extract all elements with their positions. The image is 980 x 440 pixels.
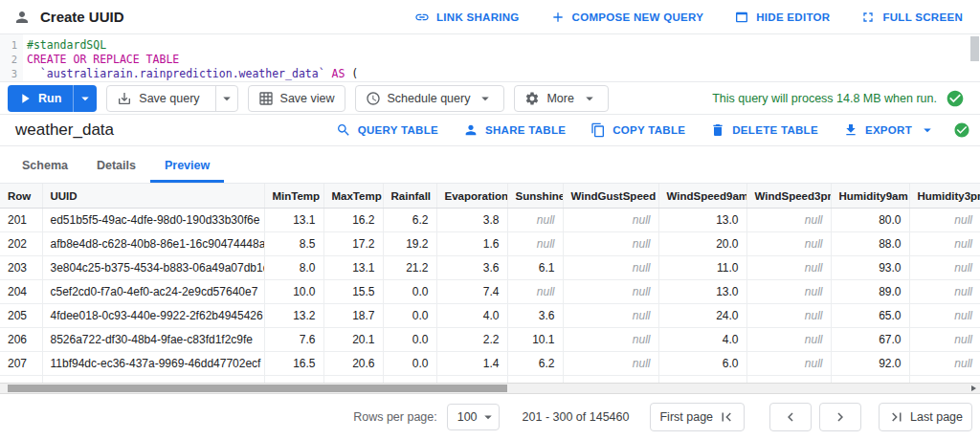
chevron-right-icon	[832, 408, 849, 426]
table-row: 204c5ef2cd0-f7a0-4ef0-ac24-2e9cd57640e71…	[0, 280, 980, 304]
cell: ed51b5f5-49ac-4dfe-98d0-190d33b30f6e	[42, 209, 264, 232]
horizontal-scrollbar[interactable]	[0, 383, 980, 394]
cell: null	[909, 209, 980, 232]
bigquery-app: Create UUID LINK SHARING COMPOSE NEW QUE…	[0, 0, 980, 440]
export-download-icon	[843, 122, 858, 138]
last-page-button[interactable]: Last page	[879, 403, 972, 431]
cell: 203	[0, 256, 42, 280]
cell: 92.0	[831, 352, 909, 376]
delete-table-label: DELETE TABLE	[732, 124, 818, 136]
scrollbar-thumb[interactable]	[8, 385, 507, 392]
save-query-button[interactable]: Save query	[106, 85, 237, 112]
chevron-down-icon	[477, 90, 494, 107]
first-page-button[interactable]: First page	[650, 403, 745, 431]
cell: null	[909, 376, 980, 384]
link-sharing-button[interactable]: LINK SHARING	[414, 10, 520, 25]
cell: null	[507, 209, 563, 232]
run-dropdown[interactable]	[73, 85, 97, 112]
code-line: 3 `australiarain.rainprediction.weather_…	[0, 67, 980, 81]
cell: 3e804c25-b375-4534-b883-06a49a07db1d	[42, 256, 264, 280]
run-button[interactable]: Run	[8, 85, 97, 112]
table-title-bar: weather_data QUERY TABLE SHARE TABLE COP…	[0, 115, 980, 146]
line-number: 2	[0, 53, 17, 67]
cell: null	[563, 280, 658, 304]
editor-scrollbar-thumb[interactable]	[970, 36, 979, 61]
scrollbar-right-arrow-icon[interactable]	[971, 385, 976, 391]
cell: null	[909, 304, 980, 328]
schedule-query-button[interactable]: Schedule query	[355, 85, 505, 112]
grid-body: 201ed51b5f5-49ac-4dfe-98d0-190d33b30f6e1…	[0, 209, 980, 384]
cell: 20.0	[658, 232, 746, 256]
save-query-dropdown[interactable]	[215, 86, 237, 111]
top-bar: Create UUID LINK SHARING COMPOSE NEW QUE…	[0, 0, 980, 34]
gear-icon	[524, 91, 540, 106]
check-circle-icon	[946, 89, 965, 108]
copy-icon	[590, 122, 606, 138]
code-line: 2CREATE OR REPLACE TABLE	[0, 53, 980, 67]
cell: 13.2	[264, 304, 323, 328]
chevron-down-icon	[218, 90, 235, 107]
line-number: 3	[0, 67, 17, 81]
next-page-button[interactable]	[819, 403, 861, 431]
hide-editor-button[interactable]: HIDE EDITOR	[734, 10, 830, 25]
cell: null	[746, 328, 831, 352]
previous-page-button[interactable]	[769, 403, 812, 431]
export-label: EXPORT	[865, 124, 912, 136]
cell: 3.6	[436, 256, 507, 280]
cell: null	[746, 376, 831, 384]
cell: 80.0	[831, 209, 909, 232]
column-header: WindGustSpeed	[563, 184, 658, 209]
cell: null	[563, 376, 658, 384]
cell: 0.0	[383, 280, 436, 304]
copy-table-button[interactable]: COPY TABLE	[590, 122, 685, 138]
rows-per-page-select[interactable]: 100	[447, 404, 500, 430]
column-header: WindSpeed3pm	[746, 184, 831, 209]
cell: 11.0	[658, 256, 746, 280]
cell: 65.0	[831, 304, 909, 328]
tab-details[interactable]: Details	[82, 149, 150, 183]
cell: null	[909, 280, 980, 304]
run-button-main[interactable]: Run	[8, 85, 73, 112]
cell: c5ef2cd0-f7a0-4ef0-ac24-2e9cd57640e7	[42, 280, 264, 304]
table-row: 2081ab4cda8-8581-4848-b54d-da1363ca33d38…	[0, 376, 980, 384]
last-page-label: Last page	[910, 410, 963, 424]
column-header: WindSpeed9am	[658, 184, 746, 209]
cell: 0.0	[383, 352, 436, 376]
cell: 8526a722-df30-48b4-9fae-c83fd1f2c9fe	[42, 328, 264, 352]
more-button[interactable]: More	[514, 85, 608, 112]
full-screen-label: FULL SCREEN	[882, 11, 963, 23]
column-header: UUID	[42, 184, 264, 209]
rows-per-page-label: Rows per page:	[353, 410, 437, 424]
cell: 16.5	[264, 352, 323, 376]
compose-new-query-button[interactable]: COMPOSE NEW QUERY	[550, 10, 704, 25]
cell: 0.0	[383, 328, 436, 352]
query-table-button[interactable]: QUERY TABLE	[336, 122, 438, 138]
plus-icon	[550, 10, 566, 25]
cell: null	[507, 376, 563, 384]
save-view-button[interactable]: Save view	[248, 85, 345, 112]
cell: 4.0	[658, 376, 746, 384]
cell: null	[746, 280, 831, 304]
status-message: This query will process 14.8 MB when run…	[712, 92, 937, 105]
full-screen-button[interactable]: FULL SCREEN	[860, 10, 963, 25]
table-row: 201ed51b5f5-49ac-4dfe-98d0-190d33b30f6e1…	[0, 209, 980, 232]
cell: 7.6	[264, 328, 323, 352]
tab-preview[interactable]: Preview	[150, 149, 224, 183]
export-button[interactable]: EXPORT	[843, 121, 936, 139]
cell: 3.4	[436, 376, 507, 384]
column-header: Row	[0, 184, 42, 209]
share-table-button[interactable]: SHARE TABLE	[463, 122, 566, 138]
column-header: MaxTemp	[323, 184, 383, 209]
cell: 205	[0, 304, 42, 328]
sql-editor[interactable]: 1#standardSQL2CREATE OR REPLACE TABLE3 `…	[0, 34, 980, 82]
cell: 14.7	[323, 376, 383, 384]
cell: 17.2	[323, 232, 383, 256]
chevron-down-icon	[77, 90, 94, 107]
data-table: RowUUIDMinTempMaxTempRainfallEvaporation…	[0, 183, 980, 383]
tab-schema[interactable]: Schema	[8, 149, 82, 183]
cell: 1.6	[436, 232, 507, 256]
cell: null	[746, 304, 831, 328]
cell: 3.8	[436, 209, 507, 232]
delete-table-button[interactable]: DELETE TABLE	[710, 122, 818, 138]
cell: 206	[0, 328, 42, 352]
